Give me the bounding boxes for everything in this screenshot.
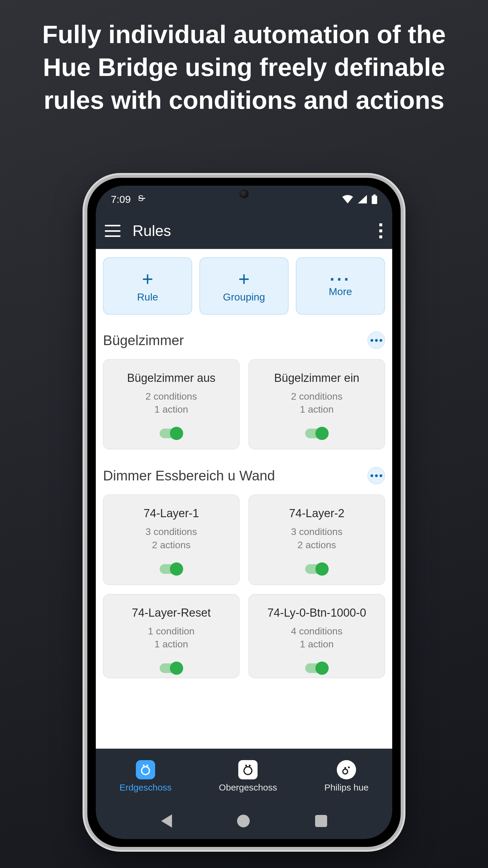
svg-point-5 [143,765,144,767]
plus-icon: + [238,270,250,289]
rule-toggle[interactable] [305,661,329,675]
svg-point-7 [244,767,252,775]
content-area: + Rule + Grouping ··· More Bügelzimmer [96,249,392,749]
more-label: More [329,286,352,298]
phone-frame: 7:09 S Rules [84,175,404,850]
hue-icon [337,760,356,779]
group-title: Bügelzimmer [103,332,184,348]
group-title: Dimmer Essbereich u Wand [103,467,275,484]
svg-point-4 [141,767,150,775]
svg-point-12 [343,769,348,774]
rule-title: 74-Layer-Reset [132,607,211,619]
plus-icon: + [142,270,153,289]
camera-punch-hole [239,189,249,198]
rule-toggle[interactable] [160,562,183,576]
recents-icon[interactable] [315,815,327,827]
nav-label: Obergeschoss [219,782,277,793]
rule-actions: 1 action [154,638,188,651]
add-rule-button[interactable]: + Rule [103,257,192,315]
rule-card[interactable]: 74-Layer-1 3 conditions 2 actions [103,495,239,585]
rule-title: Bügelzimmer ein [274,372,359,384]
cell-signal-icon [358,195,367,204]
rule-title: Bügelzimmer aus [127,372,216,384]
add-grouping-button[interactable]: + Grouping [199,257,289,315]
more-actions-button[interactable]: ··· More [296,257,385,315]
rule-grid: 74-Layer-1 3 conditions 2 actions 74-Lay… [96,489,392,687]
status-app-icon: S [138,193,146,205]
rule-grid: Bügelzimmer aus 2 conditions 1 action Bü… [96,354,392,458]
status-time: 7:09 [111,193,131,205]
app-bar: Rules [96,213,392,249]
nav-label: Philips hue [324,782,369,793]
add-rule-label: Rule [137,291,158,303]
add-grouping-label: Grouping [223,291,265,303]
rule-conditions: 3 conditions [145,525,197,538]
rule-conditions: 3 conditions [291,525,343,538]
group-header: Bügelzimmer [96,323,392,354]
system-nav-bar [96,803,392,839]
rule-actions: 1 action [300,638,333,651]
rule-toggle[interactable] [305,427,329,440]
rule-card[interactable]: 74-Ly-0-Btn-1000-0 4 conditions 1 action [249,594,385,678]
rule-card[interactable]: 74-Layer-Reset 1 condition 1 action [103,594,239,678]
svg-rect-2 [372,195,377,204]
svg-rect-3 [373,194,376,195]
rule-toggle[interactable] [305,562,329,576]
svg-point-6 [147,765,148,767]
svg-point-8 [245,765,247,767]
rule-conditions: 1 condition [148,625,195,638]
rule-title: 74-Layer-2 [289,507,345,520]
menu-icon[interactable] [105,225,121,237]
rule-card[interactable]: Bügelzimmer ein 2 conditions 1 action [249,359,385,450]
svg-point-9 [249,765,251,767]
rule-card[interactable]: 74-Layer-2 3 conditions 2 actions [249,495,385,585]
home-icon[interactable] [237,815,250,827]
rule-actions: 1 action [154,403,188,416]
nav-label: Erdgeschoss [119,782,171,793]
screen: 7:09 S Rules [96,186,392,839]
overflow-menu-icon[interactable] [378,223,383,239]
group-more-button[interactable] [367,332,385,349]
floor-icon [136,760,155,779]
nav-tab-philips-hue[interactable]: Philips hue [324,760,369,793]
rule-conditions: 2 conditions [291,390,343,403]
rule-actions: 2 actions [297,538,336,552]
rule-actions: 2 actions [152,538,190,552]
group-more-button[interactable] [367,467,385,484]
promo-headline: Fully individual automation of the Hue B… [0,0,488,117]
rule-toggle[interactable] [160,427,183,440]
rule-card[interactable]: Bügelzimmer aus 2 conditions 1 action [103,359,239,450]
rule-title: 74-Layer-1 [144,507,199,520]
rule-title: 74-Ly-0-Btn-1000-0 [267,607,366,619]
wifi-icon [342,195,353,204]
back-icon[interactable] [161,814,172,828]
action-buttons-row: + Rule + Grouping ··· More [96,249,392,323]
svg-point-11 [348,767,350,768]
rule-conditions: 4 conditions [291,625,343,638]
nav-tab-erdgeschoss[interactable]: Erdgeschoss [119,760,171,793]
rule-conditions: 2 conditions [145,390,197,403]
rule-actions: 1 action [300,403,333,416]
nav-tab-obergeschoss[interactable]: Obergeschoss [219,760,277,793]
rule-toggle[interactable] [160,661,183,675]
battery-icon [372,194,377,204]
floor-icon [238,760,258,779]
page-title: Rules [133,222,171,240]
group-header: Dimmer Essbereich u Wand [96,458,392,489]
bottom-nav: Erdgeschoss Obergeschoss Philips hue [96,749,392,803]
ellipsis-icon: ··· [330,275,351,283]
